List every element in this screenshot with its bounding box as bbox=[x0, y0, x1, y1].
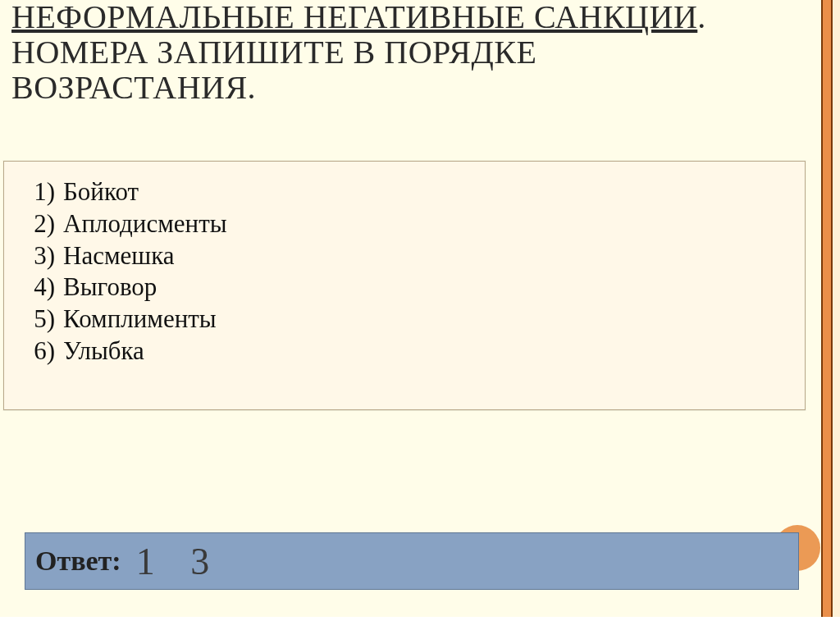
bottom-strip bbox=[0, 617, 840, 630]
option-number: 2) bbox=[27, 208, 63, 240]
title-underlined: НЕФОРМАЛЬНЫЕ НЕГАТИВНЫЕ САНКЦИИ bbox=[11, 0, 697, 35]
option-text: Аплодисменты bbox=[63, 208, 787, 240]
option-number: 4) bbox=[27, 272, 63, 304]
list-item: 4) Выговор bbox=[27, 272, 787, 304]
option-number: 5) bbox=[27, 304, 63, 336]
option-text: Улыбка bbox=[63, 336, 787, 368]
frame-band-orange bbox=[821, 0, 833, 630]
option-number: 3) bbox=[27, 240, 63, 272]
list-item: 2) Аплодисменты bbox=[27, 208, 787, 240]
list-item: 3) Насмешка bbox=[27, 240, 787, 272]
answer-box: Ответ: 1 3 bbox=[25, 532, 799, 590]
option-text: Насмешка bbox=[63, 240, 787, 272]
option-number: 6) bbox=[27, 336, 63, 368]
option-text: Комплименты bbox=[63, 304, 787, 336]
frame-band-cream bbox=[833, 0, 840, 630]
options-list: 1) Бойкот 2) Аплодисменты 3) Насмешка 4)… bbox=[27, 176, 787, 368]
option-text: Выговор bbox=[63, 272, 787, 304]
options-box: 1) Бойкот 2) Аплодисменты 3) Насмешка 4)… bbox=[3, 161, 806, 410]
list-item: 6) Улыбка bbox=[27, 336, 787, 368]
slide-body: НЕФОРМАЛЬНЫЕ НЕГАТИВНЫЕ САНКЦИИ. НОМЕРА … bbox=[0, 0, 821, 617]
answer-label: Ответ: bbox=[35, 546, 121, 577]
list-item: 5) Комплименты bbox=[27, 304, 787, 336]
right-frame bbox=[821, 0, 840, 630]
option-number: 1) bbox=[27, 176, 63, 208]
list-item: 1) Бойкот bbox=[27, 176, 787, 208]
question-title: НЕФОРМАЛЬНЫЕ НЕГАТИВНЫЕ САНКЦИИ. НОМЕРА … bbox=[11, 0, 788, 105]
option-text: Бойкот bbox=[63, 176, 787, 208]
answer-value: 1 3 bbox=[136, 540, 223, 583]
